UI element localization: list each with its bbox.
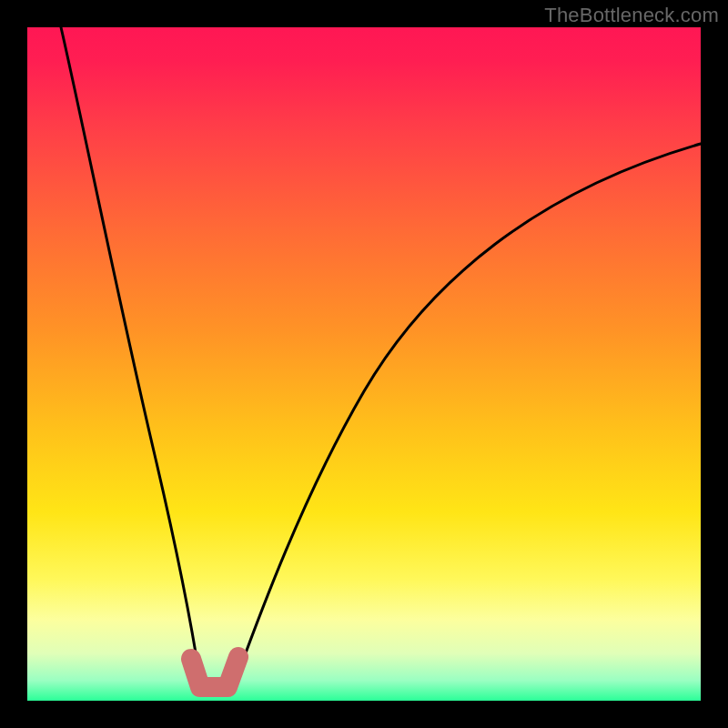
chart-frame: TheBottleneck.com [0, 0, 728, 728]
v-marker [191, 657, 238, 687]
watermark-text: TheBottleneck.com [544, 4, 719, 27]
curve-left [61, 27, 200, 681]
curve-right [235, 144, 701, 682]
chart-plot-area [27, 27, 701, 701]
